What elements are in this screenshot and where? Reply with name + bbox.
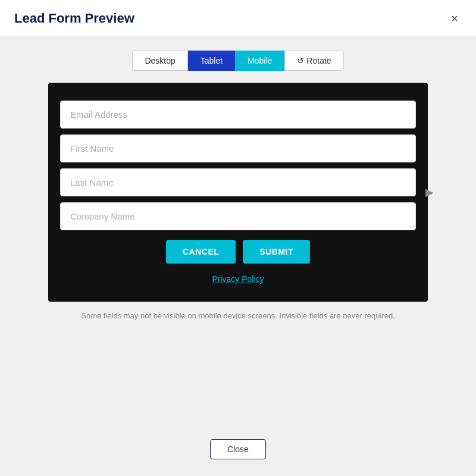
tab-tablet[interactable]: Tablet bbox=[188, 51, 235, 71]
rotate-icon: ↺ bbox=[297, 56, 304, 65]
email-field[interactable] bbox=[60, 101, 416, 129]
privacy-policy-link[interactable]: Privacy Policy bbox=[212, 274, 264, 284]
info-text: Some fields may not be visible on mobile… bbox=[81, 311, 394, 320]
modal-header: Lead Form Preview × bbox=[0, 0, 476, 36]
modal-body: Desktop Tablet Mobile ↺ Rotate CANCEL SU… bbox=[0, 36, 476, 476]
tab-desktop[interactable]: Desktop bbox=[132, 51, 187, 71]
tab-rotate[interactable]: ↺ Rotate bbox=[284, 51, 343, 71]
first-name-field[interactable] bbox=[60, 134, 416, 162]
close-icon-button[interactable]: × bbox=[447, 11, 462, 26]
bottom-close-area: Close bbox=[210, 439, 266, 459]
company-name-field[interactable] bbox=[60, 202, 416, 230]
view-tabs: Desktop Tablet Mobile ↺ Rotate bbox=[132, 51, 343, 71]
tab-mobile[interactable]: Mobile bbox=[235, 51, 284, 71]
modal-container: Lead Form Preview × Desktop Tablet Mobil… bbox=[0, 0, 476, 476]
form-fields bbox=[60, 101, 416, 230]
modal-title: Lead Form Preview bbox=[14, 11, 134, 26]
tab-rotate-label: Rotate bbox=[306, 56, 331, 65]
close-button[interactable]: Close bbox=[210, 439, 266, 459]
form-buttons: CANCEL SUBMIT bbox=[166, 240, 310, 264]
submit-button[interactable]: SUBMIT bbox=[243, 240, 310, 264]
last-name-field[interactable] bbox=[60, 168, 416, 196]
preview-area: CANCEL SUBMIT Privacy Policy ▶ bbox=[48, 83, 428, 302]
scroll-arrow-icon: ▶ bbox=[425, 186, 434, 199]
cancel-button[interactable]: CANCEL bbox=[166, 240, 236, 264]
